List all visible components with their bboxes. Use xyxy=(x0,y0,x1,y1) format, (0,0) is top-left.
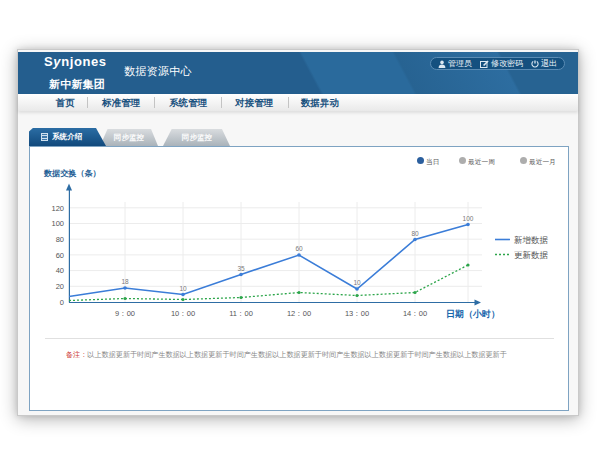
svg-text:12：00: 12：00 xyxy=(287,309,311,318)
svg-text:14：00: 14：00 xyxy=(403,309,427,318)
svg-text:100: 100 xyxy=(51,219,64,228)
svg-text:10: 10 xyxy=(353,279,361,286)
svg-text:日期（小时）: 日期（小时） xyxy=(446,309,500,319)
svg-text:60: 60 xyxy=(56,251,64,260)
svg-text:60: 60 xyxy=(295,245,303,252)
svg-text:120: 120 xyxy=(51,204,64,213)
svg-text:20: 20 xyxy=(56,282,64,291)
svg-text:10：00: 10：00 xyxy=(171,309,195,318)
svg-text:9：00: 9：00 xyxy=(115,309,135,318)
svg-text:0: 0 xyxy=(60,298,64,307)
svg-text:80: 80 xyxy=(56,235,64,244)
svg-text:更新数据: 更新数据 xyxy=(514,250,549,260)
svg-text:18: 18 xyxy=(121,278,129,285)
svg-text:100: 100 xyxy=(463,215,474,222)
svg-text:40: 40 xyxy=(56,266,64,275)
svg-text:80: 80 xyxy=(411,230,419,237)
svg-text:10: 10 xyxy=(179,285,187,292)
svg-text:35: 35 xyxy=(237,265,245,272)
svg-text:11：00: 11：00 xyxy=(229,309,253,318)
svg-text:13：00: 13：00 xyxy=(345,309,369,318)
svg-text:新增数据: 新增数据 xyxy=(514,235,549,245)
